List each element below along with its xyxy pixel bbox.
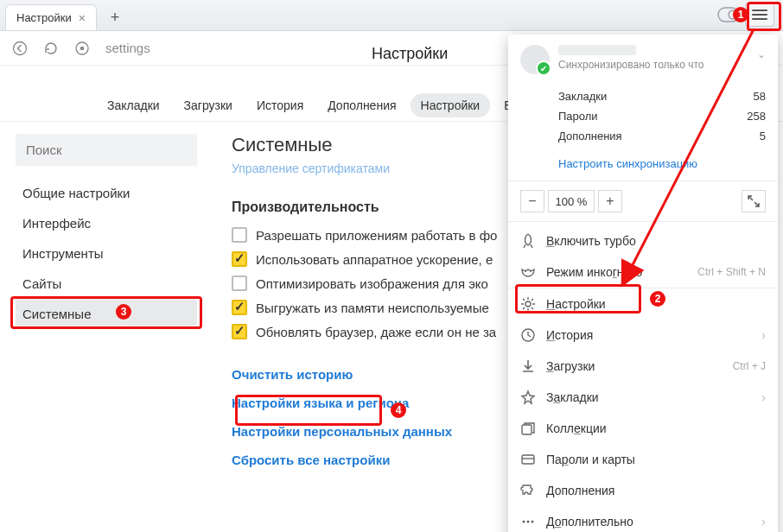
svg-rect-10 [522,455,534,464]
collections-icon [520,421,536,436]
zoom-row: − 100 % + [508,181,778,221]
checkbox-label: Использовать аппаратное ускорение, е [256,252,493,267]
settings-link[interactable]: Настройки языка и региона [232,389,517,417]
sidebar-item[interactable]: Общие настройки [16,178,197,208]
checkbox-row[interactable]: Оптимизировать изображения для эко [232,276,517,291]
chevron-right-icon: › [761,515,766,529]
menu-item-label: Коллекции [546,421,607,435]
checkbox[interactable] [232,227,247,243]
card-icon [520,452,536,467]
address-text[interactable]: settings [105,41,150,55]
tab-title: Настройки [16,11,72,24]
menu-item-label: История [546,328,593,342]
zoom-out-button[interactable]: − [520,190,544,212]
avatar [520,45,550,74]
chevron-right-icon: › [761,390,766,404]
tab-strip: Настройки × + [0,0,783,31]
zoom-in-button[interactable]: + [598,190,622,212]
back-button[interactable] [12,41,28,56]
checkbox-label: Выгружать из памяти неиспользуемые [256,301,489,315]
checkbox-row[interactable]: Обновлять браузер, даже если он не за [232,324,517,339]
menu-item-label: Настройки [546,297,606,311]
stat-row: Пароли258 [558,106,766,126]
nav-pill[interactable]: История [246,93,314,117]
sidebar: Общие настройкиИнтерфейсИнструментыСайты… [16,134,197,329]
menu-item-mask[interactable]: Режим инкогнитоCtrl + Shift + N [508,256,778,288]
rocket-icon [520,233,536,249]
checkbox-row[interactable]: Выгружать из памяти неиспользуемые [232,300,517,315]
menu-shortcut: Ctrl + Shift + N [697,266,766,278]
svg-point-6 [530,270,532,272]
section-heading: Системные [232,134,517,156]
checkbox[interactable] [232,276,247,291]
reload-button[interactable] [43,41,59,56]
sync-stats: Закладки58Пароли258Дополнения5 [508,83,778,153]
page-title: Настройки [372,45,448,63]
zoom-value: 100 % [548,190,595,212]
site-icon[interactable] [74,41,90,56]
menu-item-star[interactable]: Закладки› [508,382,778,413]
stat-row: Дополнения5 [558,126,766,146]
svg-point-1 [729,10,737,19]
checkbox-row[interactable]: Использовать аппаратное ускорение, е [232,251,517,267]
menu-shortcut: Ctrl + J [733,360,766,372]
svg-point-7 [525,301,531,307]
checkbox-row[interactable]: Разрешать приложениям работать в фо [232,227,517,243]
account-name-redacted [558,45,636,55]
svg-point-13 [532,521,534,523]
sidebar-item[interactable]: Сайты [16,269,197,299]
extension-icon[interactable] [717,7,740,22]
menu-item-gear[interactable]: Настройки [508,288,778,320]
svg-rect-9 [522,425,532,434]
stat-row: Закладки58 [558,86,766,106]
nav-pill[interactable]: Настройки [411,93,491,117]
close-tab-icon[interactable]: × [79,11,86,25]
settings-link[interactable]: Очистить историю [232,360,517,389]
menu-item-collections[interactable]: Коллекции [508,413,778,444]
checkbox-label: Оптимизировать изображения для эко [256,276,488,291]
star-icon [520,390,536,405]
search-input[interactable] [16,134,197,166]
checkbox[interactable] [232,300,247,315]
chevron-down-icon[interactable]: ⌄ [757,45,766,74]
sidebar-item[interactable]: Инструменты [16,238,197,269]
settings-nav: ЗакладкиЗагрузкиИсторияДополненияНастрой… [97,93,554,117]
svg-point-2 [14,41,27,54]
settings-link[interactable]: Сбросить все настройки [232,446,517,474]
nav-pill[interactable]: Закладки [97,93,170,117]
menu-item-card[interactable]: Пароли и карты [508,444,778,475]
checkbox[interactable] [232,251,247,267]
svg-point-5 [525,270,526,272]
new-tab-button[interactable]: + [104,6,126,28]
nav-pill[interactable]: Дополнения [317,93,406,117]
svg-point-12 [527,521,530,523]
main-menu-panel: Синхронизировано только что ⌄ Закладки58… [508,35,778,532]
menu-item-label: Режим инкогнито [546,265,642,279]
menu-item-label: Закладки [546,390,599,404]
checkbox[interactable] [232,324,247,339]
menu-item-label: Дополнения [546,484,614,497]
sync-account-row[interactable]: Синхронизировано только что ⌄ [508,35,778,83]
main-content: Системные Управление сертификатами Произ… [232,134,517,474]
browser-tab[interactable]: Настройки × [5,4,97,30]
menu-item-rocket[interactable]: Включить турбо [508,225,778,256]
sidebar-item[interactable]: Интерфейс [16,208,197,238]
hamburger-menu-button[interactable] [745,3,774,27]
fullscreen-button[interactable] [742,190,766,212]
sync-settings-link[interactable]: Настроить синхронизацию [558,157,697,170]
menu-item-download[interactable]: ЗагрузкиCtrl + J [508,351,778,382]
nav-pill[interactable]: Загрузки [174,93,243,117]
settings-link[interactable]: Настройки персональных данных [232,417,517,446]
mask-icon [520,264,536,280]
more-icon [520,514,536,529]
puzzle-icon [520,483,536,498]
menu-item-label: Включить турбо [546,234,636,248]
cert-link[interactable]: Управление сертификатами [232,162,517,175]
checkbox-label: Разрешать приложениям работать в фо [256,228,497,243]
checkbox-label: Обновлять браузер, даже если он не за [256,325,496,339]
menu-item-clock[interactable]: История› [508,320,778,351]
sidebar-item[interactable]: Системные [16,299,197,329]
menu-item-more[interactable]: Дополнительно› [508,506,778,532]
menu-item-puzzle[interactable]: Дополнения [508,475,778,506]
download-icon [520,358,536,374]
